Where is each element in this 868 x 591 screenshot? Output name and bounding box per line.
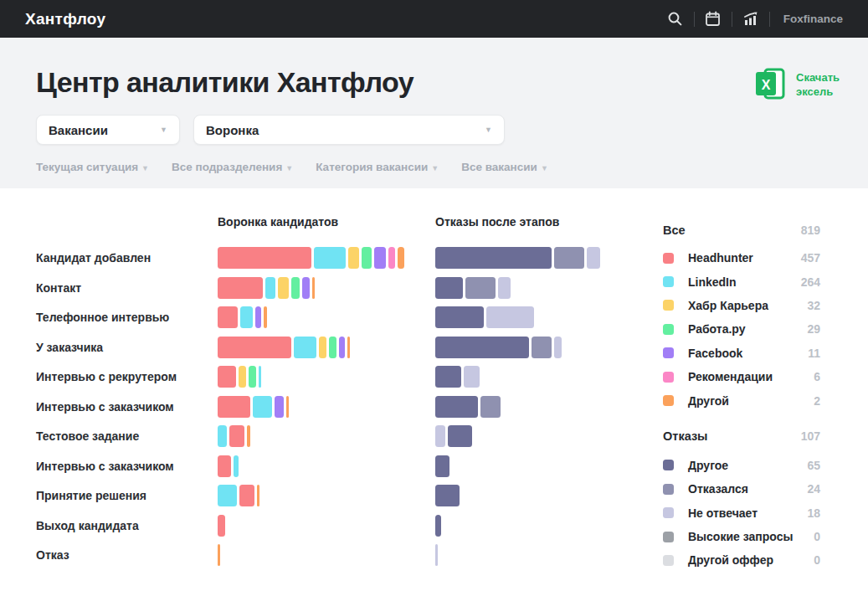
bar-segment-linkedin[interactable] (294, 337, 316, 358)
bar-segment-dark[interactable] (435, 306, 484, 328)
filter-row: Текущая ситуация▼ Все подразделения▼ Кат… (36, 161, 843, 173)
bar-segment-recommend[interactable] (388, 247, 395, 269)
report-view-select[interactable]: Воронка ▼ (193, 115, 505, 145)
bar-segment-light[interactable] (435, 544, 438, 566)
legend-value: 11 (808, 347, 820, 360)
filter-division[interactable]: Все подразделения▼ (172, 161, 293, 173)
bar-segment-linkedin[interactable] (218, 485, 237, 506)
search-icon[interactable] (657, 0, 694, 38)
bar-segment-rabota[interactable] (291, 277, 300, 299)
bar-segment-headhunter[interactable] (218, 337, 291, 358)
legend-item[interactable]: Другой оффер0 (663, 548, 820, 572)
bar-segment-facebook[interactable] (302, 277, 310, 299)
legend-swatch (663, 372, 674, 383)
bar-segment-other[interactable] (312, 277, 315, 299)
bar-segment-medium[interactable] (480, 396, 501, 418)
bar-segment-other[interactable] (257, 485, 259, 506)
legend-label: Другой (688, 394, 729, 408)
calendar-icon[interactable] (695, 0, 732, 38)
bar-segment-linkedin[interactable] (314, 247, 346, 269)
bar-segment-other[interactable] (247, 425, 250, 447)
bar-segment-linkedin[interactable] (259, 366, 261, 388)
bar-segment-habr[interactable] (278, 277, 289, 299)
bar-segment-other[interactable] (398, 247, 404, 269)
bar-segment-light[interactable] (486, 306, 534, 328)
bar-segment-rabota[interactable] (249, 366, 256, 388)
legend-swatch (663, 460, 674, 470)
bar-segment-linkedin[interactable] (253, 396, 272, 418)
legend-item[interactable]: Другое65 (663, 454, 820, 477)
bar-segment-dark[interactable] (435, 277, 463, 299)
bar-segment-headhunter[interactable] (218, 247, 311, 269)
legend-item[interactable]: Работа.ру29 (663, 317, 820, 341)
bar-segment-rabota[interactable] (362, 247, 372, 269)
bar-segment-light[interactable] (587, 247, 600, 269)
legend-item[interactable]: Facebook11 (663, 342, 820, 365)
bar-segment-headhunter[interactable] (218, 277, 263, 299)
bar-segment-other[interactable] (218, 544, 220, 566)
legend-item[interactable]: Headhunter457 (663, 246, 820, 270)
bar-segment-headhunter[interactable] (239, 485, 254, 506)
bar-segment-rabota[interactable] (329, 337, 336, 358)
funnel-bar-cell (218, 273, 435, 303)
bar-segment-dark[interactable] (448, 425, 472, 447)
caret-down-icon: ▼ (285, 164, 293, 172)
bar-segment-other[interactable] (286, 396, 289, 418)
bar-segment-other[interactable] (347, 337, 350, 358)
legend-label: Высокие запросы (688, 530, 793, 543)
report-type-select[interactable]: Вакансии ▼ (36, 115, 180, 145)
bar-segment-habr[interactable] (319, 337, 326, 358)
funnel-bar (218, 306, 267, 328)
bar-segment-light[interactable] (498, 277, 511, 299)
bar-segment-facebook[interactable] (275, 396, 284, 418)
bar-segment-light[interactable] (435, 425, 445, 447)
legend-item[interactable]: Другой2 (663, 388, 820, 412)
app-logo[interactable]: Хантфлоу (25, 10, 105, 28)
legend-swatch (663, 347, 674, 358)
filter-vacancy-category[interactable]: Категория вакансии▼ (316, 161, 439, 173)
bar-segment-other[interactable] (264, 306, 267, 328)
legend-value: 6 (814, 370, 820, 383)
bar-segment-headhunter[interactable] (218, 515, 225, 537)
bar-segment-dark[interactable] (435, 455, 449, 477)
legend-value: 32 (807, 299, 820, 312)
bar-segment-headhunter[interactable] (218, 306, 238, 328)
bar-segment-headhunter[interactable] (229, 425, 244, 447)
bar-segment-dark[interactable] (435, 337, 529, 358)
bar-segment-dark[interactable] (435, 485, 460, 506)
bar-segment-facebook[interactable] (339, 337, 345, 358)
bar-segment-headhunter[interactable] (218, 366, 236, 388)
funnel-bar (218, 515, 225, 537)
bar-segment-habr[interactable] (239, 366, 246, 388)
bar-segment-headhunter[interactable] (218, 396, 250, 418)
bar-segment-linkedin[interactable] (265, 277, 275, 299)
bar-segment-medium[interactable] (532, 337, 552, 358)
filter-vacancies[interactable]: Все вакансии▼ (461, 161, 548, 173)
bar-segment-headhunter[interactable] (218, 455, 231, 477)
legend-item[interactable]: Отказался24 (663, 477, 820, 501)
bar-segment-dark[interactable] (435, 515, 441, 537)
legend-item[interactable]: LinkedIn264 (663, 270, 820, 293)
bar-segment-linkedin[interactable] (240, 306, 253, 328)
account-name[interactable]: Foxfinance (783, 13, 843, 25)
analytics-chart-icon[interactable] (732, 0, 769, 38)
bar-segment-dark[interactable] (435, 396, 478, 418)
legend-item[interactable]: Рекомендации6 (663, 365, 820, 388)
legend-item[interactable]: Высокие запросы0 (663, 525, 820, 548)
legend-item[interactable]: Не отвечает18 (663, 501, 820, 525)
bar-segment-medium[interactable] (465, 277, 496, 299)
bar-segment-habr[interactable] (348, 247, 359, 269)
bar-segment-light[interactable] (464, 366, 480, 388)
bar-segment-linkedin[interactable] (234, 455, 239, 477)
bar-segment-dark[interactable] (435, 247, 552, 269)
bar-segment-facebook[interactable] (374, 247, 386, 269)
bar-segment-light[interactable] (554, 337, 562, 358)
bar-segment-facebook[interactable] (255, 306, 261, 328)
bar-segment-linkedin[interactable] (218, 425, 227, 447)
filter-period[interactable]: Текущая ситуация▼ (36, 161, 149, 173)
legend-label: Facebook (688, 347, 742, 360)
bar-segment-dark[interactable] (435, 366, 461, 388)
bar-segment-medium[interactable] (554, 247, 584, 269)
legend-item[interactable]: Хабр Карьера32 (663, 294, 820, 317)
download-excel-button[interactable]: X Скачатьэксель (752, 66, 840, 105)
